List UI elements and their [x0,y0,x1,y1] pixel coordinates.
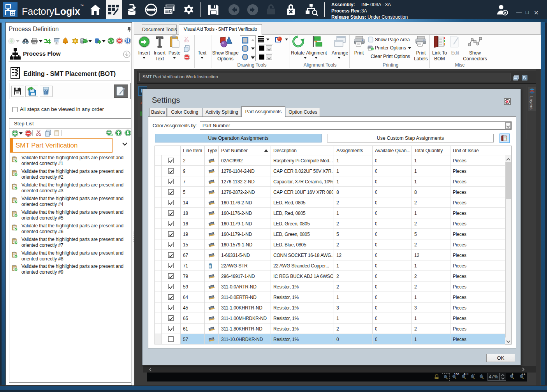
svg-text:?: ? [372,47,373,50]
